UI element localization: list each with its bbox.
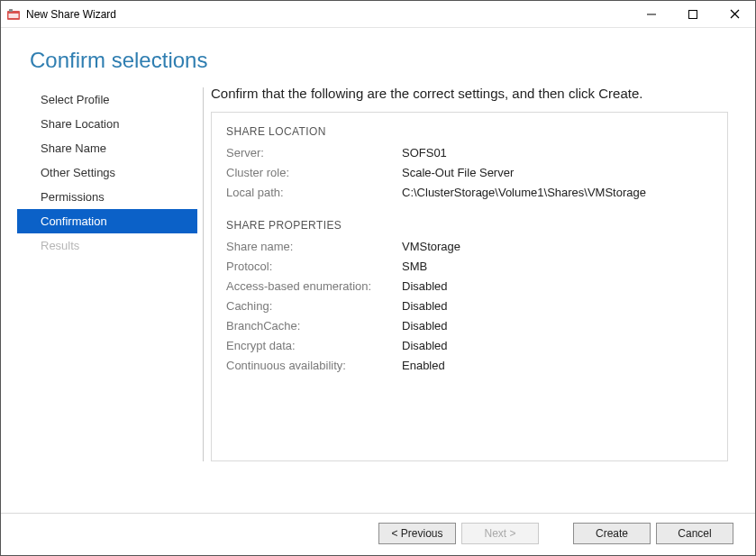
row-share-name: Share name: VMStorage (226, 237, 713, 257)
app-icon (6, 7, 21, 22)
value-share-name: VMStorage (402, 237, 460, 257)
step-share-location[interactable]: Share Location (17, 112, 197, 136)
label-ca: Continuous availability: (226, 356, 402, 376)
value-branchcache: Disabled (402, 316, 448, 336)
value-cluster-role: Scale-Out File Server (402, 163, 514, 183)
next-button: Next > (461, 523, 539, 544)
row-abe: Access-based enumeration: Disabled (226, 277, 713, 296)
step-select-profile[interactable]: Select Profile (17, 87, 197, 112)
label-branchcache: BranchCache: (226, 316, 402, 336)
value-abe: Disabled (402, 277, 448, 296)
value-encrypt: Disabled (402, 336, 448, 356)
step-confirmation[interactable]: Confirmation (17, 209, 197, 233)
section-share-location-heading: SHARE LOCATION (226, 125, 713, 138)
details-panel: SHARE LOCATION Server: SOFS01 Cluster ro… (211, 112, 728, 461)
close-button[interactable] (714, 1, 755, 27)
section-share-properties-heading: SHARE PROPERTIES (226, 219, 713, 232)
value-local-path: C:\ClusterStorage\Volume1\Shares\VMStora… (402, 183, 646, 203)
row-local-path: Local path: C:\ClusterStorage\Volume1\Sh… (226, 183, 713, 203)
step-results: Results (17, 233, 197, 258)
vertical-divider (203, 87, 204, 461)
previous-button[interactable]: < Previous (378, 523, 456, 544)
value-protocol: SMB (402, 257, 427, 277)
window-title: New Share Wizard (26, 8, 116, 21)
svg-rect-1 (9, 9, 13, 12)
maximize-button[interactable] (672, 1, 714, 27)
instruction-text: Confirm that the following are the corre… (211, 86, 728, 101)
wizard-steps: Select Profile Share Location Share Name… (17, 82, 197, 461)
minimize-button[interactable] (631, 1, 672, 27)
row-continuous-availability: Continuous availability: Enabled (226, 356, 713, 376)
window-controls (631, 1, 755, 27)
step-other-settings[interactable]: Other Settings (17, 160, 197, 185)
page-title: Confirm selections (30, 48, 726, 73)
label-caching: Caching: (226, 296, 402, 316)
title-bar: New Share Wizard (1, 1, 755, 28)
cancel-button[interactable]: Cancel (656, 523, 733, 544)
label-server: Server: (226, 143, 402, 163)
value-caching: Disabled (402, 296, 448, 316)
label-local-path: Local path: (226, 183, 402, 203)
svg-rect-2 (9, 14, 19, 18)
row-cluster-role: Cluster role: Scale-Out File Server (226, 163, 713, 183)
footer-buttons: < Previous Next > Create Cancel (1, 513, 755, 555)
label-encrypt: Encrypt data: (226, 336, 402, 356)
label-share-name: Share name: (226, 237, 402, 257)
create-button[interactable]: Create (573, 523, 651, 544)
row-encrypt: Encrypt data: Disabled (226, 336, 713, 356)
step-share-name[interactable]: Share Name (17, 136, 197, 160)
row-protocol: Protocol: SMB (226, 257, 713, 277)
label-protocol: Protocol: (226, 257, 402, 277)
main-content: Confirm that the following are the corre… (211, 82, 728, 461)
row-server: Server: SOFS01 (226, 143, 713, 163)
value-ca: Enabled (402, 356, 445, 376)
row-branchcache: BranchCache: Disabled (226, 316, 713, 336)
step-permissions[interactable]: Permissions (17, 185, 197, 209)
row-caching: Caching: Disabled (226, 296, 713, 316)
label-cluster-role: Cluster role: (226, 163, 402, 183)
value-server: SOFS01 (402, 143, 447, 163)
label-abe: Access-based enumeration: (226, 277, 402, 296)
svg-rect-4 (689, 10, 697, 18)
header-region: Confirm selections (1, 28, 755, 82)
